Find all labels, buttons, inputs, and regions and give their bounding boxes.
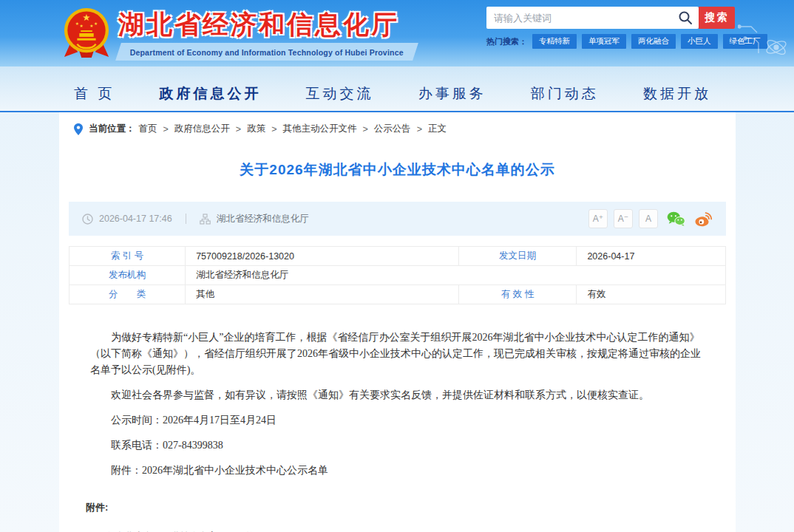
meta-date-value: 2026-04-17 xyxy=(577,247,726,266)
clock-icon xyxy=(82,214,93,225)
location-pin-icon xyxy=(74,123,83,135)
hot-tag[interactable]: 专精特新 xyxy=(532,34,577,49)
document-meta-table: 索 引 号 757009218/2026-13020 发文日期 2026-04-… xyxy=(69,246,726,304)
breadcrumb-gov-info[interactable]: 政府信息公开 xyxy=(174,123,230,135)
article-source: 湖北省经济和信息化厅 xyxy=(217,213,309,225)
page: ★ ★ ★ ★ ★ 湖北省经济和信息化厅 Department of Econo… xyxy=(0,0,794,532)
body-paragraph: 公示时间：2026年4月17日至4月24日 xyxy=(90,412,705,429)
font-increase-button[interactable]: A⁺ xyxy=(588,209,608,228)
meta-category-label: 分 类 xyxy=(69,285,186,304)
breadcrumb-separator: > xyxy=(362,124,367,134)
body-paragraph: 附件：2026年湖北省中小企业技术中心公示名单 xyxy=(90,463,705,479)
svg-text:★: ★ xyxy=(82,13,90,24)
breadcrumb-separator: > xyxy=(236,124,241,134)
nav-item-dept-news[interactable]: 部门动态 xyxy=(531,84,599,103)
breadcrumb-policy[interactable]: 政策 xyxy=(247,123,265,135)
hot-search-label: 热门搜索： xyxy=(486,36,527,47)
article-body: 为做好专精特新“小巨人”企业的培育工作，根据《省经信厅办公室关于组织开展2026… xyxy=(90,330,705,479)
breadcrumb: 当前位置： 首页 > 政府信息公开 > 政策 > 其他主动公开文件 > 公示公告… xyxy=(59,112,736,135)
nav-item-interaction[interactable]: 互动交流 xyxy=(306,84,374,103)
breadcrumb-separator: > xyxy=(417,124,422,134)
meta-validity-value: 有效 xyxy=(577,285,726,304)
attachment-section: 附件: 2026年湖北省中小企业技术中心公示名单.docx xyxy=(86,501,736,532)
meta-org-value: 湖北省经济和信息化厅 xyxy=(186,266,726,285)
table-row: 发布机构 湖北省经济和信息化厅 xyxy=(69,266,726,285)
article-tools: A⁺ A⁻ A xyxy=(588,209,713,228)
breadcrumb-current: 正文 xyxy=(428,123,447,135)
body-paragraph: 联系电话：027-84399838 xyxy=(90,437,705,454)
weibo-icon[interactable] xyxy=(694,211,713,227)
nav-item-home[interactable]: 首 页 xyxy=(74,84,115,103)
meta-index-value: 757009218/2026-13020 xyxy=(186,247,458,266)
search-button[interactable]: 搜索 xyxy=(699,7,735,29)
font-decrease-button[interactable]: A⁻ xyxy=(614,209,633,228)
hot-tag[interactable]: 小巨人 xyxy=(681,34,718,49)
breadcrumb-separator: > xyxy=(271,124,276,134)
divider xyxy=(186,214,186,224)
body-paragraph: 为做好专精特新“小巨人”企业的培育工作，根据《省经信厅办公室关于组织开展2026… xyxy=(90,330,705,378)
meta-validity-label: 有 效 性 xyxy=(458,285,577,304)
content-card: 当前位置： 首页 > 政府信息公开 > 政策 > 其他主动公开文件 > 公示公告… xyxy=(59,112,736,532)
site-header: ★ ★ ★ ★ ★ 湖北省经济和信息化厅 Department of Econo… xyxy=(0,0,794,66)
body-paragraph: 欢迎社会各界参与监督，如有异议，请按照《通知》有关要求实名反馈，并提供佐证材料和… xyxy=(90,387,705,403)
search-box xyxy=(486,7,699,29)
national-emblem-logo: ★ ★ ★ ★ ★ xyxy=(62,6,111,61)
search-icon xyxy=(678,10,693,25)
main-nav: 首 页 政府信息公开 互动交流 办事服务 部门动态 数据开放 xyxy=(0,66,794,112)
attachment-heading: 附件: xyxy=(86,501,736,514)
breadcrumb-label: 当前位置： xyxy=(89,123,135,135)
breadcrumb-notices[interactable]: 公示公告 xyxy=(374,123,411,135)
hot-tag[interactable]: 两化融合 xyxy=(631,34,676,49)
table-row: 索 引 号 757009218/2026-13020 发文日期 2026-04-… xyxy=(69,247,726,266)
meta-category-value: 其他 xyxy=(186,285,458,304)
meta-index-label: 索 引 号 xyxy=(69,247,186,266)
article-info-bar: 2026-04-17 17:46 湖北省经济和信息化厅 A⁺ A⁻ A xyxy=(69,202,726,236)
table-row: 分 类 其他 有 效 性 有效 xyxy=(69,285,726,304)
breadcrumb-separator: > xyxy=(163,124,169,134)
decorative-circuit-icon xyxy=(738,16,793,65)
breadcrumb-home[interactable]: 首页 xyxy=(139,123,157,135)
sitemap-icon xyxy=(200,214,211,225)
svg-text:★: ★ xyxy=(89,24,93,28)
nav-item-services[interactable]: 办事服务 xyxy=(418,84,486,103)
hot-search-row: 热门搜索： 专精特新 单项冠军 两化融合 小巨人 绿色工厂 xyxy=(486,34,767,49)
publish-datetime: 2026-04-17 17:46 xyxy=(99,214,172,224)
hot-tag[interactable]: 单项冠军 xyxy=(582,34,626,49)
nav-item-gov-info[interactable]: 政府信息公开 xyxy=(159,84,261,103)
article-title: 关于2026年湖北省中小企业技术中心名单的公示 xyxy=(59,160,736,180)
site-subtitle-en: Department of Economy and Information Te… xyxy=(130,48,404,57)
meta-date-label: 发文日期 xyxy=(458,247,577,266)
site-subtitle-ribbon: Department of Economy and Information Te… xyxy=(115,43,418,61)
search-input[interactable] xyxy=(486,7,678,28)
svg-text:★: ★ xyxy=(80,24,84,28)
article-meta-left: 2026-04-17 17:46 湖北省经济和信息化厅 xyxy=(82,213,309,225)
font-reset-button[interactable]: A xyxy=(639,209,658,228)
site-title: 湖北省经济和信息化厅 xyxy=(118,7,399,42)
svg-text:★: ★ xyxy=(94,21,98,26)
nav-item-open-data[interactable]: 数据开放 xyxy=(643,84,711,103)
svg-text:★: ★ xyxy=(75,21,79,26)
meta-org-label: 发布机构 xyxy=(69,266,186,285)
wechat-icon[interactable] xyxy=(667,211,685,227)
breadcrumb-other-docs[interactable]: 其他主动公开文件 xyxy=(282,123,356,135)
